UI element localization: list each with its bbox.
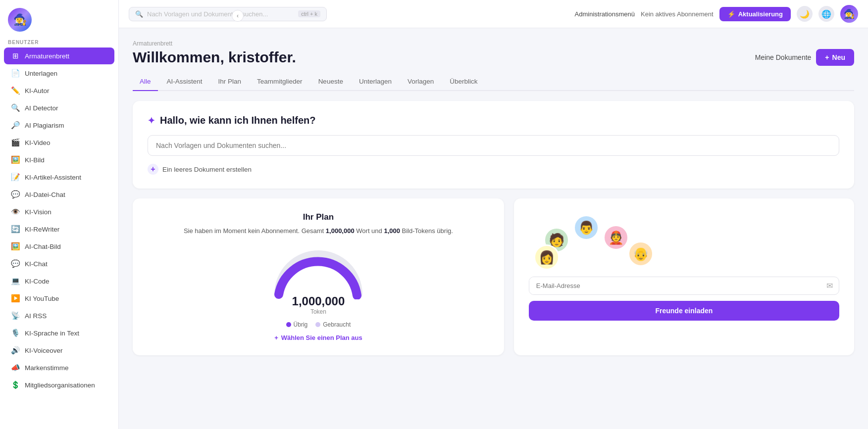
sidebar-item-ki-vision[interactable]: 👁️KI-Vision — [4, 203, 114, 220]
sidebar-item-ki-autor[interactable]: ✏️KI-Autor — [4, 82, 114, 99]
lightning-icon: ⚡ — [727, 10, 735, 18]
sidebar-icon-ki-chat: 💬 — [11, 259, 20, 268]
dark-mode-toggle[interactable]: 🌙 — [797, 6, 813, 22]
sidebar-item-ai-rss[interactable]: 📡AI RSS — [4, 307, 114, 324]
sidebar-item-ki-code[interactable]: 💻KI-Code — [4, 273, 114, 289]
sidebar-label-ki-chat: KI-Chat — [25, 260, 48, 268]
language-button[interactable]: 🌐 — [818, 6, 834, 22]
sidebar-item-ai-detector[interactable]: 🔍AI Detector — [4, 99, 114, 116]
sidebar-label-ai-datei-chat: AI-Datei-Chat — [25, 191, 65, 198]
sidebar-item-ki-rewriter[interactable]: 🔄KI-ReWriter — [4, 221, 114, 238]
sidebar-item-ai-chat-bild[interactable]: 🖼️AI-Chat-Bild — [4, 238, 114, 255]
sidebar-label-ki-autor: KI-Autor — [25, 87, 50, 95]
legend-remaining-dot — [286, 322, 291, 327]
main-content: 🔍 Nach Vorlagen und Dokumenten suchen...… — [119, 0, 868, 429]
sidebar-label-armaturenbrett: Armaturenbrett — [25, 52, 69, 60]
avatar[interactable]: 🧙‍♀️ — [840, 5, 858, 23]
tab-vorlagen[interactable]: Vorlagen — [401, 75, 441, 91]
sidebar-icon-unterlagen: 📄 — [11, 69, 20, 78]
sidebar-item-mitglieds[interactable]: 💲Mitgliedsorganisationen — [4, 377, 114, 393]
sidebar-icon-ki-sprache: 🎙️ — [11, 329, 20, 337]
create-plus-icon: + — [148, 164, 158, 175]
tab-ai-assistent[interactable]: AI-Assistent — [160, 75, 209, 91]
sidebar-label-ai-plagiarism: AI Plagiarism — [25, 122, 64, 129]
sidebar-label-ai-chat-bild: AI-Chat-Bild — [25, 243, 61, 250]
sidebar-label-markenstimme: Markenstimme — [25, 364, 69, 372]
assistant-search-input[interactable] — [148, 135, 839, 156]
assistant-title: ✦ Hallo, wie kann ich Ihnen helfen? — [148, 115, 839, 126]
sidebar-label-ki-code: KI-Code — [25, 278, 50, 285]
upgrade-button[interactable]: ⚡ Aktualisierung — [719, 7, 791, 21]
sidebar-item-ki-sprache[interactable]: 🎙️KI-Sprache in Text — [4, 325, 114, 341]
gauge: 1,000,000 Token — [148, 245, 489, 315]
admin-menu-button[interactable]: Administrationsmenü — [575, 10, 635, 18]
sidebar-label-ki-artikel-assistent: KI-Artikel-Assistent — [25, 174, 81, 181]
sidebar-item-ki-bild[interactable]: 🖼️KI-Bild — [4, 151, 114, 168]
sidebar-item-armaturenbrett[interactable]: ⊞Armaturenbrett — [4, 48, 114, 64]
sidebar-icon-ki-autor: ✏️ — [11, 86, 20, 95]
invite-button[interactable]: Freunde einladen — [529, 301, 839, 321]
sidebar-icon-ki-code: 💻 — [11, 277, 20, 286]
sidebar-icon-armaturenbrett: ⊞ — [11, 51, 20, 60]
sparkle-icon: ✦ — [148, 115, 155, 126]
sidebar-item-ai-plagiarism[interactable]: 🔎AI Plagiarism — [4, 117, 114, 134]
sidebar-icon-ki-voiceover: 🔊 — [11, 346, 20, 355]
create-blank-button[interactable]: + Ein leeres Dokument erstellen — [148, 164, 839, 175]
sidebar-item-unterlagen[interactable]: 📄Unterlagen — [4, 65, 114, 82]
avatar-3: 👲 — [603, 225, 629, 250]
sidebar-item-ki-chat[interactable]: 💬KI-Chat — [4, 255, 114, 272]
sidebar-icon-ai-rss: 📡 — [11, 311, 20, 320]
sidebar-nav: ⊞Armaturenbrett📄Unterlagen✏️KI-Autor🔍AI … — [0, 47, 118, 394]
sidebar: 🧙‍♀️ BENUTZER ⊞Armaturenbrett📄Unterlagen… — [0, 0, 119, 429]
tab-alle[interactable]: Alle — [133, 75, 158, 91]
sidebar-label-unterlagen: Unterlagen — [25, 70, 57, 77]
legend-used: Gebraucht — [315, 321, 351, 328]
legend-used-dot — [315, 322, 320, 327]
gauge-value: 1,000,000 — [292, 294, 345, 308]
tab-unterlagen[interactable]: Unterlagen — [352, 75, 399, 91]
tab-teammitglieder[interactable]: Teammitglieder — [250, 75, 309, 91]
search-icon: 🔍 — [135, 10, 143, 18]
sidebar-item-markenstimme[interactable]: 📣Markenstimme — [4, 359, 114, 376]
sidebar-label-ki-sprache: KI-Sprache in Text — [25, 330, 79, 337]
assistant-card: ✦ Hallo, wie kann ich Ihnen helfen? + Ei… — [133, 101, 854, 189]
avatar-5: 👴 — [628, 241, 654, 267]
gauge-center: 1,000,000 Token — [292, 294, 345, 315]
title-row: Willkommen, kristoffer. Meine Dokumente … — [133, 49, 854, 66]
sidebar-item-ki-artikel-assistent[interactable]: 📝KI-Artikel-Assistent — [4, 169, 114, 186]
sidebar-icon-ai-plagiarism: 🔎 — [11, 121, 20, 130]
avatar-2: 👨 — [573, 215, 599, 240]
sidebar-icon-ki-rewriter: 🔄 — [11, 225, 20, 234]
bottom-row: Ihr Plan Sie haben im Moment kein Abonne… — [133, 198, 854, 355]
gauge-legend: Übrig Gebraucht — [148, 321, 489, 328]
sidebar-icon-markenstimme: 📣 — [11, 363, 20, 372]
sidebar-label-mitglieds: Mitgliedsorganisationen — [25, 381, 95, 389]
sidebar-item-ki-youtube[interactable]: ▶️KI YouTube — [4, 290, 114, 307]
sidebar-label-ki-voiceover: KI-Voiceover — [25, 347, 63, 354]
breadcrumb: Armaturenbrett — [133, 40, 854, 47]
plan-status: Kein aktives Abonnement — [641, 10, 714, 18]
page-content: Armaturenbrett Willkommen, kristoffer. M… — [119, 28, 868, 429]
invite-email-input[interactable] — [529, 277, 820, 294]
sidebar-icon-mitglieds: 💲 — [11, 381, 20, 389]
topbar-search[interactable]: 🔍 Nach Vorlagen und Dokumenten suchen...… — [129, 7, 327, 21]
sidebar-item-ki-voiceover[interactable]: 🔊KI-Voiceover — [4, 342, 114, 359]
invite-card: 🧑 👨 👲 👩 👴 ✉ Freunde einladen — [514, 198, 854, 355]
sidebar-icon-ki-video: 🎬 — [11, 138, 20, 147]
tab-ueberblick[interactable]: Überblick — [443, 75, 484, 91]
plan-card: Ihr Plan Sie haben im Moment kein Abonne… — [133, 198, 504, 355]
avatar-cluster: 🧑 👨 👲 👩 👴 — [529, 212, 839, 267]
sidebar-item-ai-datei-chat[interactable]: 💬AI-Datei-Chat — [4, 186, 114, 203]
sidebar-icon-ki-vision: 👁️ — [11, 207, 20, 216]
new-button[interactable]: + Neu — [816, 49, 854, 66]
plus-icon: + — [825, 53, 829, 61]
tab-ihr-plan[interactable]: Ihr Plan — [211, 75, 249, 91]
sidebar-icon-ki-youtube: ▶️ — [11, 294, 20, 303]
sidebar-label-ki-vision: KI-Vision — [25, 208, 51, 216]
select-plan-button[interactable]: + Wählen Sie einen Plan aus — [148, 334, 489, 341]
tab-neueste[interactable]: Neueste — [311, 75, 350, 91]
sidebar-collapse-button[interactable]: ‹ — [232, 10, 244, 22]
my-docs-button[interactable]: Meine Dokumente — [755, 53, 812, 61]
sidebar-icon-ai-detector: 🔍 — [11, 103, 20, 112]
sidebar-item-ki-video[interactable]: 🎬KI-Video — [4, 134, 114, 151]
